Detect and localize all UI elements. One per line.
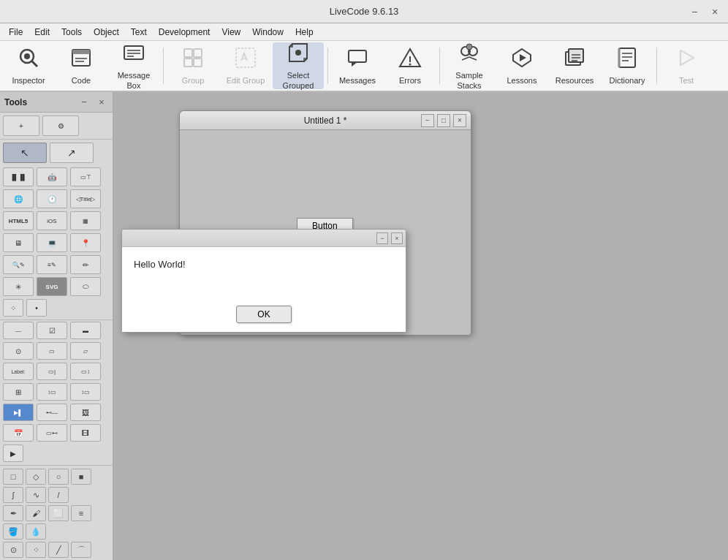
text-field-tool[interactable]: ▭| [37,363,67,380]
pen-tool[interactable]: ✒ [3,505,23,521]
pin-tool[interactable]: 📍 [70,233,101,252]
toolbar-test[interactable]: Test [661,42,712,89]
minimize-button[interactable]: − [687,4,702,19]
ios-tool[interactable]: iOS [37,211,67,230]
label-field-tool[interactable]: Label: [3,363,34,380]
dialog-minimize-button[interactable]: − [376,232,388,244]
tablet-tool[interactable]: 💻 [37,233,67,252]
lines-tool[interactable]: ≡ [71,505,91,521]
plus-icon: + [19,122,23,130]
toolbar-message-box[interactable]: Message Box [108,42,159,89]
toolbar-inspector[interactable]: Inspector [3,42,54,89]
html5-tool[interactable]: HTML5 [3,211,34,230]
monitor-tool[interactable]: 🖥 [3,233,34,252]
divider-tool[interactable]: ▭ [37,342,67,360]
node-tool[interactable]: • [26,299,47,317]
fill-tool[interactable]: 🪣 [3,523,23,540]
checkbox-tool[interactable]: ☑ [37,322,67,339]
svg-tool[interactable]: SVG [37,277,67,296]
scrollbar2-tool[interactable]: ↕▭ [37,383,67,401]
svg-icon: SVG [46,284,58,290]
player-tool[interactable]: ▶▌ [3,404,34,421]
radio-tool[interactable]: ⊙ [3,342,34,360]
clock-tool[interactable]: 🕐 [37,189,67,208]
lasso-tool[interactable]: ⊙ [3,542,23,558]
spray-tool[interactable]: ⁘ [26,542,46,558]
rect-outline-tool[interactable]: □ [3,469,23,485]
menu-file[interactable]: File [3,26,29,39]
menu-view[interactable]: View [216,26,246,39]
stack-maximize-button[interactable]: □ [437,114,450,127]
title-tool[interactable]: ◁Title▷ [70,189,101,208]
toolbar-code[interactable]: Code [56,42,107,89]
stack-minimize-button[interactable]: − [421,114,434,127]
close-button[interactable]: × [708,4,722,19]
web-tool[interactable]: 🌐 [3,189,34,208]
menu-text[interactable]: Text [125,26,153,39]
toolbar-group[interactable]: Group [167,42,219,89]
rect-fill-tool[interactable]: ■ [71,469,91,485]
list-tool[interactable]: ≡✎ [37,255,67,274]
search-widget-tool[interactable]: 🔍✎ [3,255,34,274]
slider-tool[interactable]: ⊷— [37,404,67,421]
path-tool[interactable]: ⌒ [71,542,91,558]
test-label: Test [679,76,694,86]
tools-close-button[interactable]: × [95,96,108,109]
scrollbar-tool[interactable]: ▬ [70,322,101,339]
toolbar-edit-group[interactable]: Edit Group [220,42,271,89]
android-tool[interactable]: 🤖 [37,167,67,186]
line-tool[interactable]: ― [3,322,34,339]
edit-pointer-tool[interactable]: ↗ [50,143,94,163]
spinner-tool[interactable]: ✳ [3,277,34,296]
circle-outline-tool[interactable]: ○ [48,469,69,485]
date-tool[interactable]: 📅 [3,424,34,442]
pointer-tool[interactable]: ↖ [3,143,47,163]
toolbar-dictionary[interactable]: Dictionary [602,42,653,89]
free-tool[interactable]: ∿ [26,487,46,503]
toggle-tool[interactable]: ⬭ [70,277,101,296]
inspector-label: Inspector [12,76,45,86]
toolbar-resources[interactable]: Resources [549,42,600,89]
scrolled2-field-tool[interactable]: ↕▭ [70,383,101,401]
brush-tool[interactable]: 🖌 [26,505,46,521]
dialog-close-button[interactable]: × [391,232,403,244]
toolbar-sample-stacks[interactable]: Sample Stacks [444,42,495,89]
dot-tool[interactable]: ⁘ [3,299,23,317]
line-draw-tool[interactable]: ╱ [48,542,69,558]
image-tool[interactable]: 🖼 [70,404,101,421]
scrolled-field-tool[interactable]: ▭↕ [70,363,101,380]
menu-help[interactable]: Help [289,26,319,39]
grid-tool[interactable]: ▦ [70,211,101,230]
ios-tool-top[interactable]: ▭⊤ [70,167,101,186]
field-stub-tool[interactable]: ▱ [70,342,101,360]
tools-settings-button[interactable]: ⚙ [42,116,79,136]
table-tool[interactable]: ⊞ [3,383,34,401]
anim-tool[interactable]: 🎞 [70,424,101,442]
menu-tools[interactable]: Tools [56,26,88,39]
play-control-tool[interactable]: ▶ [3,444,23,462]
dialog-ok-button[interactable]: OK [236,306,291,323]
curve-tool[interactable]: ∫ [3,487,23,503]
scrolled2-field-icon: ↕▭ [81,389,90,396]
menu-object[interactable]: Object [88,26,125,39]
tools-add-button[interactable]: + [3,116,39,136]
menu-edit[interactable]: Edit [29,26,56,39]
toolbar-lessons[interactable]: Lessons [496,42,547,89]
eyedrop-tool[interactable]: 💧 [26,523,46,540]
tools-minimize-button[interactable]: − [77,96,91,109]
pencil-tool[interactable]: ✏ [70,255,101,274]
eraser-tool[interactable]: ⬜ [48,505,69,521]
toolbar-messages[interactable]: Messages [332,42,383,89]
diagonal-tool[interactable]: / [48,487,69,503]
fill-icon: 🪣 [8,527,18,537]
toolbar-select-grouped[interactable]: Select Grouped [273,42,324,89]
toolbar-errors[interactable]: Errors [384,42,436,89]
image-icon: 🖼 [82,409,89,417]
barcode-tool[interactable]: ▐▌▐▌ [3,167,34,186]
menu-window[interactable]: Window [246,26,289,39]
menu-development[interactable]: Development [153,26,216,39]
text-slider-tool[interactable]: ▭⊷ [37,424,67,442]
stack-close-button[interactable]: × [453,114,466,127]
text-field-icon: ▭| [48,368,56,375]
diamond-tool[interactable]: ◇ [26,469,46,485]
